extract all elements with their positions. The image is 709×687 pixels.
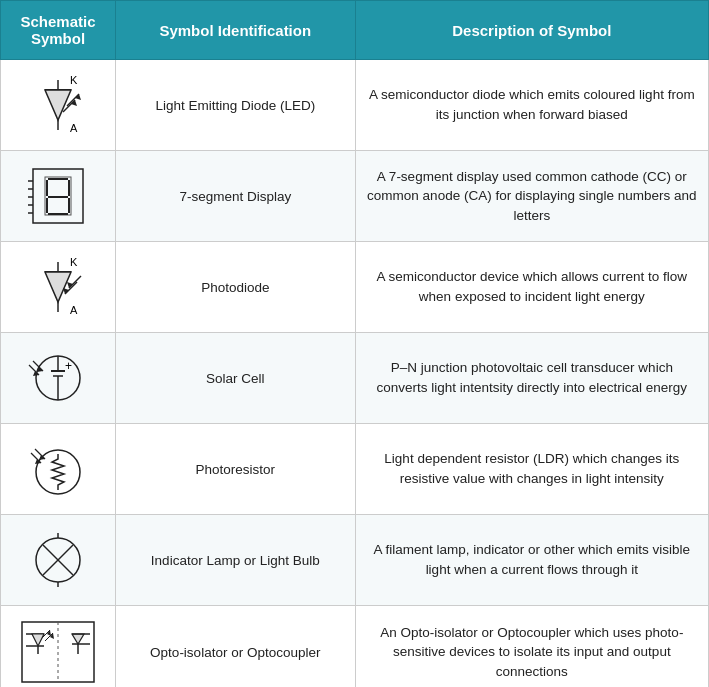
symbol-photodiode: K A — [1, 242, 116, 333]
header-description: Description of Symbol — [355, 1, 708, 60]
svg-text:A: A — [70, 122, 78, 134]
table-row: Opto-isolator or Optocoupler An Opto-iso… — [1, 606, 709, 688]
table-row: 7-segment Display A 7-segment display us… — [1, 151, 709, 242]
description-led: A semiconductor diode which emits colour… — [355, 60, 708, 151]
identification-seven-seg: 7-segment Display — [115, 151, 355, 242]
svg-text:A: A — [70, 304, 78, 316]
header-identification: Symbol Identification — [115, 1, 355, 60]
description-seven-seg: A 7-segment display used common cathode … — [355, 151, 708, 242]
symbol-indicator-lamp — [1, 515, 116, 606]
symbol-seven-seg — [1, 151, 116, 242]
symbol-solar-cell: + — [1, 333, 116, 424]
symbol-led: K A — [1, 60, 116, 151]
svg-text:K: K — [70, 74, 78, 86]
identification-photodiode: Photodiode — [115, 242, 355, 333]
svg-line-30 — [69, 276, 81, 288]
identification-led: Light Emitting Diode (LED) — [115, 60, 355, 151]
table-row: + Solar Cell P–N junction photovoltaic c… — [1, 333, 709, 424]
identification-solar-cell: Solar Cell — [115, 333, 355, 424]
table-row: Indicator Lamp or Light Bulb A filament … — [1, 515, 709, 606]
description-solar-cell: P–N junction photovoltaic cell transduce… — [355, 333, 708, 424]
identification-photoresistor: Photoresistor — [115, 424, 355, 515]
description-photodiode: A semiconductor device which allows curr… — [355, 242, 708, 333]
table-row: K A Photodiode A semiconductor device wh… — [1, 242, 709, 333]
svg-marker-58 — [32, 634, 44, 646]
svg-marker-29 — [45, 272, 71, 302]
description-photoresistor: Light dependent resistor (LDR) which cha… — [355, 424, 708, 515]
svg-marker-69 — [72, 634, 84, 644]
svg-text:+: + — [65, 359, 72, 373]
identification-opto-isolator: Opto-isolator or Optocoupler — [115, 606, 355, 688]
symbol-opto-isolator — [1, 606, 116, 688]
description-indicator-lamp: A filament lamp, indicator or other whic… — [355, 515, 708, 606]
symbol-photoresistor — [1, 424, 116, 515]
header-symbol: Schematic Symbol — [1, 1, 116, 60]
table-row: K A — [1, 60, 709, 151]
identification-indicator-lamp: Indicator Lamp or Light Bulb — [115, 515, 355, 606]
table-row: Photoresistor Light dependent resistor (… — [1, 424, 709, 515]
description-opto-isolator: An Opto-isolator or Optocoupler which us… — [355, 606, 708, 688]
svg-text:K: K — [70, 256, 78, 268]
schematic-symbols-table: Schematic Symbol Symbol Identification D… — [0, 0, 709, 687]
